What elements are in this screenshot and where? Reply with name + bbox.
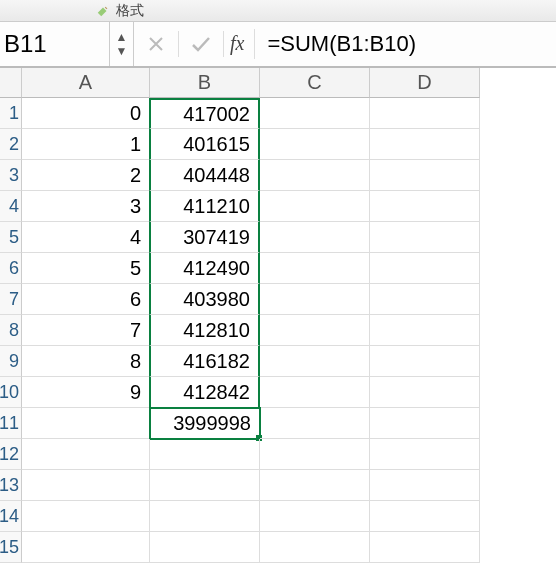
cell-c4[interactable]: [260, 191, 370, 222]
row-header[interactable]: 10: [0, 377, 22, 408]
row-header[interactable]: 6: [0, 253, 22, 284]
cell-b4[interactable]: 411210: [149, 191, 260, 222]
cell-a5[interactable]: 4: [22, 222, 150, 253]
cell-c14[interactable]: [260, 501, 370, 532]
cell-b2[interactable]: 401615: [149, 129, 260, 160]
cell-c2[interactable]: [260, 129, 370, 160]
cell-d14[interactable]: [370, 501, 480, 532]
cell-d4[interactable]: [370, 191, 480, 222]
row-header[interactable]: 4: [0, 191, 22, 222]
cell-d11[interactable]: [370, 408, 480, 439]
cell-a9[interactable]: 8: [22, 346, 150, 377]
row-header[interactable]: 8: [0, 315, 22, 346]
cell-b6[interactable]: 412490: [149, 253, 260, 284]
cell-c13[interactable]: [260, 470, 370, 501]
cell-d12[interactable]: [370, 439, 480, 470]
row-header[interactable]: 12: [0, 439, 22, 470]
cell-c8[interactable]: [260, 315, 370, 346]
col-header-c[interactable]: C: [260, 68, 370, 98]
cell-a2[interactable]: 1: [22, 129, 150, 160]
cell-c7[interactable]: [260, 284, 370, 315]
row-header[interactable]: 1: [0, 98, 22, 129]
col-header-a[interactable]: A: [22, 68, 150, 98]
cell-a12[interactable]: [22, 439, 150, 470]
stepper-down-icon: ▼: [116, 44, 128, 58]
row-header[interactable]: 3: [0, 160, 22, 191]
cell-b15[interactable]: [150, 532, 260, 563]
cell-a4[interactable]: 3: [22, 191, 150, 222]
cell-a1[interactable]: 0: [22, 98, 150, 129]
row-header[interactable]: 15: [0, 532, 22, 563]
cell-a11[interactable]: [22, 408, 150, 439]
row-header[interactable]: 7: [0, 284, 22, 315]
cell-b8[interactable]: 412810: [149, 315, 260, 346]
cell-d9[interactable]: [370, 346, 480, 377]
cell-c11[interactable]: [260, 408, 370, 439]
cell-b13[interactable]: [150, 470, 260, 501]
col-header-d[interactable]: D: [370, 68, 480, 98]
cell-b14[interactable]: [150, 501, 260, 532]
cell-a10[interactable]: 9: [22, 377, 150, 408]
spreadsheet-grid[interactable]: A B C D 1 0 417002 2 1 401615 3 2 404448…: [0, 68, 556, 563]
cell-d13[interactable]: [370, 470, 480, 501]
cell-b5[interactable]: 307419: [149, 222, 260, 253]
cell-d8[interactable]: [370, 315, 480, 346]
cell-c15[interactable]: [260, 532, 370, 563]
name-box-stepper[interactable]: ▲ ▼: [110, 22, 134, 66]
x-icon: [147, 35, 165, 53]
stepper-up-icon: ▲: [116, 30, 128, 44]
cell-d1[interactable]: [370, 98, 480, 129]
fx-label[interactable]: fx: [224, 29, 255, 60]
cell-b7[interactable]: 403980: [149, 284, 260, 315]
select-all-corner[interactable]: [0, 68, 22, 98]
row-header[interactable]: 2: [0, 129, 22, 160]
cell-c9[interactable]: [260, 346, 370, 377]
cell-b11[interactable]: 3999998: [150, 408, 260, 439]
cell-d7[interactable]: [370, 284, 480, 315]
cell-b3[interactable]: 404448: [149, 160, 260, 191]
formula-input[interactable]: =SUM(B1:B10): [255, 31, 556, 57]
cell-d3[interactable]: [370, 160, 480, 191]
col-header-b[interactable]: B: [150, 68, 260, 98]
cell-b10[interactable]: 412842: [149, 377, 260, 408]
cell-a13[interactable]: [22, 470, 150, 501]
confirm-button[interactable]: [179, 22, 223, 66]
row-header[interactable]: 11: [0, 408, 22, 439]
format-label[interactable]: 格式: [116, 2, 144, 20]
cell-a7[interactable]: 6: [22, 284, 150, 315]
cell-d5[interactable]: [370, 222, 480, 253]
cell-a14[interactable]: [22, 501, 150, 532]
row-header[interactable]: 5: [0, 222, 22, 253]
row-header[interactable]: 14: [0, 501, 22, 532]
cell-b9[interactable]: 416182: [149, 346, 260, 377]
cell-a15[interactable]: [22, 532, 150, 563]
cell-d10[interactable]: [370, 377, 480, 408]
ribbon-fragment: 格式: [0, 0, 556, 22]
cell-c10[interactable]: [260, 377, 370, 408]
formula-bar: B11 ▲ ▼ fx =SUM(B1:B10): [0, 22, 556, 68]
cell-d6[interactable]: [370, 253, 480, 284]
cell-c12[interactable]: [260, 439, 370, 470]
check-icon: [190, 35, 212, 53]
row-header[interactable]: 13: [0, 470, 22, 501]
cell-a6[interactable]: 5: [22, 253, 150, 284]
cell-b1[interactable]: 417002: [149, 98, 260, 129]
cell-c5[interactable]: [260, 222, 370, 253]
cell-d2[interactable]: [370, 129, 480, 160]
cell-b12[interactable]: [150, 439, 260, 470]
cell-d15[interactable]: [370, 532, 480, 563]
paint-icon: [96, 4, 110, 18]
cancel-button[interactable]: [134, 22, 178, 66]
cell-c6[interactable]: [260, 253, 370, 284]
cell-c1[interactable]: [260, 98, 370, 129]
name-box[interactable]: B11: [0, 22, 110, 66]
cell-a3[interactable]: 2: [22, 160, 150, 191]
row-header[interactable]: 9: [0, 346, 22, 377]
cell-a8[interactable]: 7: [22, 315, 150, 346]
cell-c3[interactable]: [260, 160, 370, 191]
